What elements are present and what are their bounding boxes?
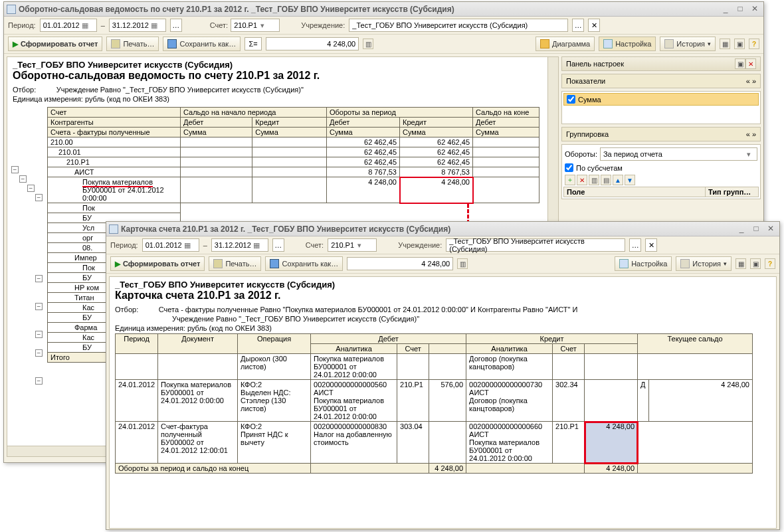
settings-icon — [619, 259, 629, 268]
sigma-expand-button[interactable]: ▥ — [457, 258, 468, 269]
copy-icon[interactable]: ▥ — [589, 175, 599, 185]
toolbar-extra-1[interactable]: ▦ — [735, 258, 746, 269]
toolbar-extra-1[interactable]: ▦ — [720, 39, 730, 49]
settings-icon — [603, 39, 613, 48]
history-icon — [664, 39, 674, 48]
highlighted-cell: 4 248,00 — [585, 422, 638, 464]
minimize-button[interactable]: _ — [720, 5, 732, 14]
save-as-button[interactable]: Сохранить как… — [265, 256, 343, 271]
win1-titlebar: Оборотно-сальдовая ведомость по счету 21… — [4, 2, 763, 17]
diagram-button[interactable]: Диаграмма — [536, 37, 595, 51]
add-icon[interactable]: ＋ — [565, 175, 575, 185]
panel-close-icon[interactable]: ✕ — [745, 58, 756, 69]
sigma-label: Σ= — [245, 37, 262, 50]
minimize-button[interactable]: _ — [735, 224, 747, 234]
tree-toggle[interactable]: − — [35, 349, 43, 357]
report-heading: Оборотно-сальдовая ведомость по счету 21… — [7, 70, 558, 86]
table-row: Дырокол (300 листов) Покупка материалов … — [116, 354, 753, 380]
org-field[interactable]: _Тест_ГОБУ ВПО Университет искусств (Суб… — [446, 238, 625, 252]
date-to-field[interactable]: 31.12.2012▦ — [211, 238, 268, 252]
diskette-icon — [270, 259, 279, 268]
report-org: _Тест_ГОБУ ВПО Университет искусств (Суб… — [7, 57, 558, 70]
period-picker-button[interactable]: … — [272, 238, 284, 252]
app-icon — [109, 224, 118, 234]
table-row: 24.01.2012 Счет-фактура полученный БУ000… — [116, 422, 753, 464]
up-icon[interactable]: ▲ — [613, 175, 623, 185]
grouping-header[interactable]: Группировка« » — [561, 127, 761, 141]
account-field[interactable]: 210.Р1▾ — [328, 238, 377, 252]
maximize-button[interactable]: □ — [750, 224, 762, 234]
org-picker-button[interactable]: … — [629, 238, 641, 252]
help-button[interactable]: ? — [749, 39, 759, 49]
date-from-field[interactable]: 01.01.2012▦ — [142, 238, 199, 252]
table-footer: Обороты за период и сальдо на конец 4 24… — [116, 464, 753, 474]
tree-toggle[interactable]: − — [27, 185, 35, 192]
tree-toggle[interactable]: − — [35, 303, 43, 310]
help-button[interactable]: ? — [765, 258, 775, 269]
print-button[interactable]: Печать… — [106, 37, 159, 51]
table-row: 210.0162 462,4562 462,45 — [48, 147, 539, 157]
account-field[interactable]: 210.Р1▾ — [231, 19, 280, 32]
sigma-field: 4 248,00 — [347, 257, 453, 270]
table-row: 210.0062 462,4562 462,45 — [48, 137, 539, 147]
form-report-button[interactable]: ▶Сформировать отчет — [110, 256, 205, 271]
calendar-icon[interactable]: ▦ — [80, 21, 90, 30]
table-row: Пок — [48, 203, 539, 213]
settings-button[interactable]: Настройка — [599, 37, 656, 51]
period-label: Период: — [8, 21, 36, 29]
app-icon — [7, 5, 16, 14]
chart-icon — [540, 39, 549, 48]
table-row: 24.01.2012 Покупка материалов БУ000001 о… — [116, 380, 753, 422]
tree-toggle[interactable]: − — [35, 194, 43, 201]
maximize-button[interactable]: □ — [734, 5, 746, 14]
indicator-checkbox[interactable] — [567, 95, 575, 104]
toolbar-extra-2[interactable]: ▣ — [750, 258, 761, 269]
diskette-icon — [167, 39, 177, 48]
org-field[interactable]: _Тест_ГОБУ ВПО Университет искусств (Суб… — [349, 19, 568, 32]
tree-toggle[interactable]: − — [35, 331, 43, 338]
history-icon — [680, 259, 690, 268]
table-row: Покупка материаловБУ000001 от 24.01.2012… — [48, 177, 539, 203]
history-button[interactable]: История▾ — [676, 256, 732, 271]
org-clear-button[interactable]: ✕ — [588, 19, 600, 32]
close-button[interactable]: ✕ — [749, 5, 761, 14]
subaccounts-checkbox[interactable] — [565, 163, 573, 172]
panel-pin-icon[interactable]: ▣ — [735, 58, 745, 69]
org-picker-button[interactable]: … — [572, 19, 584, 32]
tree-toggle[interactable]: − — [19, 175, 27, 183]
card-report-area: _Тест_ГОБУ ВПО Университет искусств (Суб… — [109, 276, 777, 529]
card-table: Период Документ Операция Дебет Кредит Те… — [115, 333, 753, 474]
print-button[interactable]: Печать… — [209, 256, 261, 271]
settings-button[interactable]: Настройка — [615, 256, 672, 271]
printer-icon — [111, 39, 120, 48]
sigma-expand-button[interactable]: ▥ — [363, 39, 373, 49]
tree-toggle[interactable]: − — [35, 377, 43, 385]
form-report-button[interactable]: ▶Сформировать отчет — [8, 37, 102, 51]
date-from-field[interactable]: 01.01.2012▦ — [40, 19, 97, 32]
account-label: Счет: — [210, 21, 228, 29]
settings-panel-header: Панель настроек ▣ ✕ — [561, 56, 761, 71]
close-button[interactable]: ✕ — [765, 224, 777, 234]
tree-toggle[interactable]: − — [35, 275, 43, 282]
turnover-select[interactable]: За период отчета▾ — [600, 147, 757, 161]
win1-title: Оборотно-сальдовая ведомость по счету 21… — [19, 5, 720, 14]
save-as-button[interactable]: Сохранить как… — [163, 37, 241, 51]
org-clear-button[interactable]: ✕ — [645, 238, 657, 252]
paste-icon[interactable]: ▤ — [601, 175, 611, 185]
history-button[interactable]: История▾ — [660, 37, 716, 51]
down-icon[interactable]: ▼ — [625, 175, 635, 185]
tree-toggle[interactable]: − — [11, 166, 19, 173]
table-row: 210.Р162 462,4562 462,45 — [48, 157, 539, 167]
calendar-icon[interactable]: ▦ — [149, 21, 159, 30]
win2-title: Карточка счета 210.Р1 за 2012 г. _Тест_Г… — [121, 224, 735, 234]
period-picker-button[interactable]: … — [170, 19, 182, 32]
delete-icon[interactable]: ✕ — [577, 175, 587, 185]
toolbar-extra-2[interactable]: ▣ — [734, 39, 745, 49]
org-label: Учреждение: — [301, 21, 345, 29]
indicators-header[interactable]: Показатели« » — [561, 74, 761, 88]
indicator-row[interactable]: Сумма — [563, 93, 759, 106]
printer-icon — [213, 259, 223, 268]
win2-titlebar: Карточка счета 210.Р1 за 2012 г. _Тест_Г… — [106, 222, 779, 236]
sigma-field: 4 248,00 — [266, 37, 359, 50]
date-to-field[interactable]: 31.12.2012▦ — [109, 19, 166, 32]
